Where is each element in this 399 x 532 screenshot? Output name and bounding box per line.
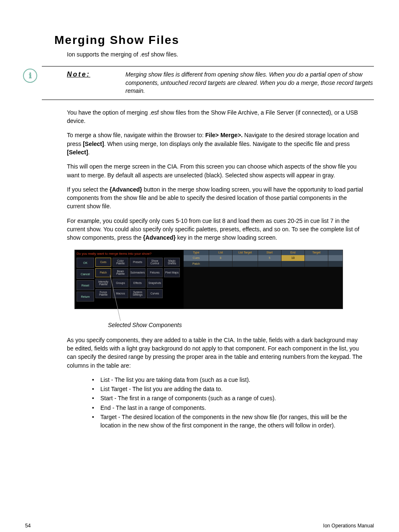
- column-header: Target: [305, 250, 328, 255]
- component-focus-palette[interactable]: Focus Palette: [95, 289, 111, 298]
- component-cues[interactable]: Cues: [95, 258, 111, 267]
- component-intensity-palette[interactable]: Intensity Palette: [95, 279, 111, 288]
- paragraph: If you select the {Advanced} button in t…: [67, 185, 366, 211]
- list-item: List - The list you are taking data from…: [88, 376, 366, 384]
- paragraph: You have the option of merging .esf show…: [67, 108, 366, 125]
- figure-caption: Selected Show Components: [108, 322, 366, 328]
- note-block: ℹ Note: Merging show files is different …: [42, 66, 374, 100]
- column-header: List: [209, 250, 233, 255]
- component-magic-sheets[interactable]: Magic Sheets: [164, 258, 180, 267]
- ok-button[interactable]: OK: [77, 258, 94, 268]
- info-icon: ℹ: [23, 69, 37, 83]
- component-pixel-maps[interactable]: Pixel Maps: [164, 268, 180, 277]
- component-submasters[interactable]: Submasters: [130, 268, 146, 277]
- page-footer: 54 Ion Operations Manual: [0, 523, 399, 529]
- note-text: Merging show files is different from ope…: [125, 71, 374, 95]
- list-item: List Target - The list you are adding th…: [88, 385, 366, 393]
- table-row[interactable]: Patch: [184, 261, 343, 267]
- merge-prompt: Do you really want to merge items into y…: [77, 252, 182, 256]
- component-snapshots[interactable]: Snapshots: [147, 279, 163, 288]
- component-fixtures[interactable]: Fixtures: [147, 268, 163, 277]
- table-row[interactable]: Cues8510: [184, 255, 343, 261]
- component-macros[interactable]: Macros: [113, 289, 128, 298]
- component-show-control[interactable]: Show Control: [147, 258, 163, 267]
- component-curves[interactable]: Curves: [147, 289, 163, 298]
- column-header: End: [281, 250, 305, 255]
- reset-button[interactable]: Reset: [77, 280, 94, 290]
- page-number: 54: [25, 523, 31, 529]
- return-button[interactable]: Return: [77, 292, 94, 302]
- component-presets[interactable]: Presets: [130, 258, 146, 267]
- paragraph: For example, you could specify only cues…: [67, 217, 366, 242]
- column-header: List Target: [233, 250, 258, 255]
- page-title: Merging Show Files: [54, 33, 374, 47]
- paragraph: To merge a show file, navigate within th…: [67, 131, 366, 156]
- list-item: Start - The first in a range of componen…: [88, 394, 366, 402]
- note-label: Note:: [67, 71, 125, 95]
- list-item: Target - The desired location of the com…: [88, 413, 366, 430]
- column-header: Type: [184, 250, 209, 255]
- component-beam-palette[interactable]: Beam Palette: [113, 268, 128, 277]
- cancel-button[interactable]: Cancel: [77, 269, 94, 279]
- component-system-settings[interactable]: System Settings: [130, 289, 146, 298]
- doc-title: Ion Operations Manual: [323, 523, 374, 529]
- intro-text: Ion supports the merging of .esf show fi…: [67, 51, 374, 58]
- column-list: List - The list you are taking data from…: [88, 376, 366, 430]
- component-patch[interactable]: Patch: [95, 268, 111, 277]
- merge-screenshot: Do you really want to merge items into y…: [74, 250, 366, 328]
- component-effects[interactable]: Effects: [130, 279, 146, 288]
- paragraph: As you specify components, they are adde…: [67, 336, 366, 370]
- component-color-palette[interactable]: Color Palette: [113, 258, 128, 267]
- component-groups[interactable]: Groups: [113, 279, 128, 288]
- list-item: End - The last in a range of components.: [88, 404, 366, 412]
- paragraph: This will open the merge screen in the C…: [67, 162, 366, 179]
- column-header: Start: [258, 250, 281, 255]
